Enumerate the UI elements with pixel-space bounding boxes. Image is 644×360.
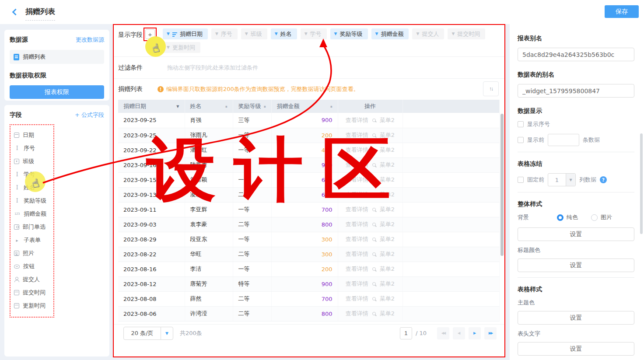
chip-donation-date[interactable]: ▼捐赠日期 <box>163 28 208 39</box>
magnifier-icon[interactable] <box>372 252 376 256</box>
menu2-link[interactable]: 菜单2 <box>380 206 395 213</box>
menu2-link[interactable]: 菜单2 <box>380 176 395 184</box>
magnifier-icon[interactable] <box>372 238 376 241</box>
add-display-field-button[interactable]: + <box>145 29 155 39</box>
menu2-link[interactable]: 菜单2 <box>380 146 395 154</box>
field-item-update-time[interactable]: 更新时间 <box>14 299 53 312</box>
col-name[interactable]: 姓名▲▼ <box>185 100 233 113</box>
table-scrollbar[interactable] <box>500 113 504 321</box>
magnifier-icon[interactable] <box>372 208 376 211</box>
field-item-date[interactable]: 日期 <box>14 129 53 142</box>
first-page-button[interactable]: ◀◀ <box>437 327 449 339</box>
header-text-set-button[interactable]: 设置 <box>518 342 634 356</box>
magnifier-icon[interactable] <box>372 297 376 301</box>
panel-scrollbar[interactable] <box>640 133 643 234</box>
menu2-link[interactable]: 菜单2 <box>380 191 395 199</box>
view-detail-link[interactable]: 查看详情 <box>346 265 368 273</box>
report-permission-button[interactable]: 报表权限 <box>10 85 104 99</box>
view-detail-link[interactable]: 查看详情 <box>346 131 368 139</box>
change-datasource-link[interactable]: 更改数据源 <box>76 36 104 44</box>
menu2-link[interactable]: 菜单2 <box>380 220 395 228</box>
field-item-button[interactable]: 按钮 <box>14 260 53 273</box>
field-item-name[interactable]: I姓名 <box>14 181 53 194</box>
chip-submitter[interactable]: ▼提交人 <box>412 28 444 39</box>
chip-serial[interactable]: ▼序号 <box>211 28 238 39</box>
chip-name[interactable]: ▼姓名 <box>271 28 297 39</box>
view-detail-link[interactable]: 查看详情 <box>346 161 368 169</box>
solid-color-radio[interactable] <box>557 214 564 221</box>
field-item-department[interactable]: 部门单选 <box>14 220 53 234</box>
field-item-submitter[interactable]: 提交人 <box>14 273 53 286</box>
view-detail-link[interactable]: 查看详情 <box>346 146 368 154</box>
field-item-student-no[interactable]: I学号 <box>14 168 53 181</box>
col-award-level[interactable]: 奖励等级▲▼ <box>233 100 271 113</box>
field-item-amount[interactable]: 123捐赠金额 <box>14 207 53 220</box>
filter-row[interactable]: 过滤条件 拖动左侧字段到此处来添加过滤条件 <box>114 57 504 79</box>
view-detail-link[interactable]: 查看详情 <box>346 116 368 124</box>
view-detail-link[interactable]: 查看详情 <box>346 206 368 213</box>
view-detail-link[interactable]: 查看详情 <box>346 235 368 243</box>
datasource-item[interactable]: 捐赠列表 <box>10 50 104 64</box>
magnifier-icon[interactable] <box>372 223 376 226</box>
field-item-class[interactable]: ▾班级 <box>14 155 53 168</box>
field-item-submit-time[interactable]: 提交时间 <box>14 286 53 299</box>
back-icon[interactable] <box>12 9 19 16</box>
chip-student-no[interactable]: ▼学号 <box>301 28 327 39</box>
fix-count-select[interactable]: 1 ▼ <box>548 173 576 186</box>
chip-update-time[interactable]: ▼更新时间 <box>163 42 200 53</box>
prev-page-button[interactable]: ◀ <box>453 327 465 339</box>
row-limit-input[interactable] <box>548 134 579 146</box>
magnifier-icon[interactable] <box>372 312 376 315</box>
magnifier-icon[interactable] <box>372 163 376 167</box>
add-formula-field-link[interactable]: + 公式字段 <box>75 111 104 119</box>
sort-desc-icon[interactable]: ▼ <box>176 105 179 108</box>
help-icon[interactable]: ? <box>600 176 607 183</box>
menu2-link[interactable]: 菜单2 <box>380 280 395 288</box>
image-radio[interactable] <box>591 214 598 221</box>
page-size-select[interactable]: 20 条/页 ▼ <box>123 327 173 340</box>
background-set-button[interactable]: 设置 <box>518 227 634 241</box>
magnifier-icon[interactable] <box>372 193 376 196</box>
col-amount[interactable]: 捐赠金额▲▼ <box>271 100 338 113</box>
view-detail-link[interactable]: 查看详情 <box>346 220 368 228</box>
menu2-link[interactable]: 菜单2 <box>380 116 395 124</box>
next-page-button[interactable]: ▶ <box>469 327 481 339</box>
view-detail-link[interactable]: 查看详情 <box>346 295 368 303</box>
last-page-button[interactable]: ▶▶ <box>484 327 497 339</box>
sort-both-icon[interactable]: ▲▼ <box>225 106 228 107</box>
menu2-link[interactable]: 菜单2 <box>380 295 395 303</box>
sort-both-icon[interactable]: ▲▼ <box>330 106 332 107</box>
chip-award-level[interactable]: ▼奖励等级 <box>330 28 368 39</box>
theme-color-set-button[interactable]: 设置 <box>518 311 634 325</box>
report-alias-input[interactable] <box>518 48 634 61</box>
table-alias-input[interactable] <box>518 84 634 98</box>
field-item-award-level[interactable]: I奖励等级 <box>14 194 53 207</box>
show-first-checkbox[interactable] <box>518 137 524 143</box>
chip-amount[interactable]: ▼捐赠金额 <box>371 28 409 39</box>
col-donation-date[interactable]: 捐赠日期▼ <box>118 100 185 113</box>
view-detail-link[interactable]: 查看详情 <box>346 191 368 199</box>
chip-class[interactable]: ▼班级 <box>241 28 267 39</box>
title-color-set-button[interactable]: 设置 <box>518 259 634 272</box>
menu2-link[interactable]: 菜单2 <box>380 235 395 243</box>
magnifier-icon[interactable] <box>372 133 376 137</box>
page-number-input[interactable] <box>400 327 412 339</box>
menu2-link[interactable]: 菜单2 <box>380 250 395 258</box>
field-item-subform[interactable]: ▸子表单 <box>14 234 53 247</box>
field-item-photo[interactable]: 照片 <box>14 247 53 260</box>
menu2-link[interactable]: 菜单2 <box>380 131 395 139</box>
view-detail-link[interactable]: 查看详情 <box>346 176 368 184</box>
magnifier-icon[interactable] <box>372 178 376 182</box>
field-item-serial[interactable]: I序号 <box>14 142 53 155</box>
save-button[interactable]: 保存 <box>605 5 639 18</box>
menu2-link[interactable]: 菜单2 <box>380 265 395 273</box>
magnifier-icon[interactable] <box>372 267 376 271</box>
menu2-link[interactable]: 菜单2 <box>380 161 395 169</box>
view-detail-link[interactable]: 查看详情 <box>346 310 368 318</box>
magnifier-icon[interactable] <box>372 148 376 152</box>
view-detail-link[interactable]: 查看详情 <box>346 250 368 258</box>
magnifier-icon[interactable] <box>372 282 376 286</box>
sort-both-icon[interactable]: ▲▼ <box>264 106 266 107</box>
table-sort-button[interactable]: ↑↓ <box>483 81 499 96</box>
menu2-link[interactable]: 菜单2 <box>380 310 395 318</box>
